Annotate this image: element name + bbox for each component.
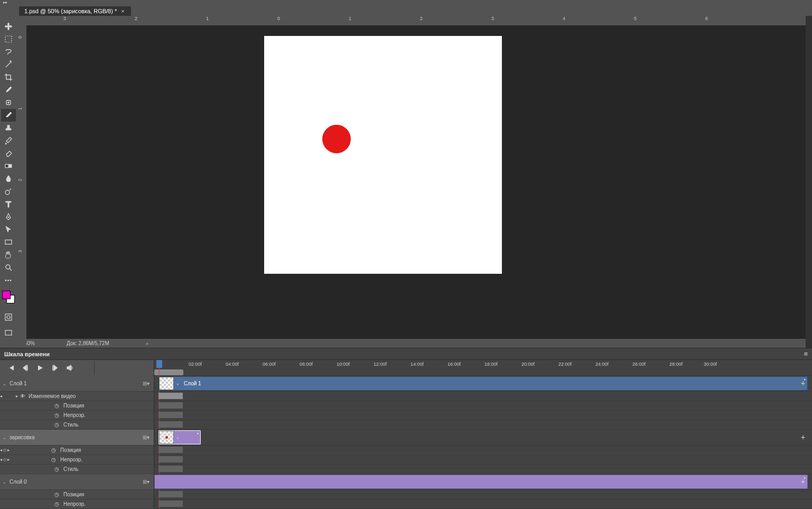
blur-tool-icon[interactable] <box>1 172 16 185</box>
stopwatch-icon[interactable]: ◷ <box>53 501 60 507</box>
prev-key-icon[interactable]: ◂ <box>0 457 2 462</box>
first-frame-icon[interactable] <box>3 361 18 375</box>
play-icon[interactable] <box>33 361 48 375</box>
gradient-tool-icon[interactable] <box>1 160 16 172</box>
chevron-down-icon[interactable]: ⌄ <box>0 434 8 440</box>
zoom-tool-icon[interactable] <box>1 261 16 274</box>
video-clip[interactable]: ▸ <box>154 475 808 489</box>
add-key-icon[interactable]: ◇ <box>3 457 6 462</box>
eraser-tool-icon[interactable] <box>1 147 16 160</box>
path-select-tool-icon[interactable] <box>1 223 16 236</box>
layer-header-row[interactable]: ⌄ зарисовка ⊞▾ <box>0 430 154 446</box>
stopwatch-icon[interactable]: ◷ <box>53 422 60 428</box>
ruler-vertical[interactable]: 0 1 2 3 <box>17 25 26 348</box>
layer-header-row[interactable]: ⌄ Слой 0 ⊞▾ <box>0 474 154 490</box>
clip-lane[interactable]: ⌄ ▸ + <box>154 430 812 446</box>
prev-key-icon[interactable]: ◂ <box>0 448 2 452</box>
property-row[interactable]: ◷Позиция <box>0 490 154 499</box>
chevron-down-icon[interactable]: ⌄ <box>174 381 182 386</box>
property-row[interactable]: ◂ ▸ 👁 Изменяемое видео <box>0 392 154 401</box>
timeline-tracks[interactable]: 02:00f 04:00f 06:00f 08:00f 10:00f 12:00… <box>154 360 812 509</box>
track-lane[interactable] <box>154 411 812 420</box>
color-swatches[interactable] <box>1 291 16 306</box>
ruler-horizontal[interactable]: 3 2 1 0 1 2 3 4 5 6 <box>26 16 806 25</box>
marquee-tool-icon[interactable] <box>1 33 16 45</box>
add-track-icon[interactable]: + <box>799 380 807 387</box>
layer-options-icon[interactable]: ⊞▾ <box>143 381 150 386</box>
pen-tool-icon[interactable] <box>1 210 16 223</box>
stopwatch-icon[interactable]: ◷ <box>50 457 57 462</box>
video-clip[interactable]: ⌄ Слой 1 ▸ <box>158 376 808 391</box>
next-key-icon[interactable]: ▸ <box>7 448 10 452</box>
stamp-tool-icon[interactable] <box>1 122 16 134</box>
mute-icon[interactable] <box>62 361 77 375</box>
screenmode-icon[interactable] <box>1 327 16 339</box>
prev-key-icon[interactable]: ◂ <box>0 394 2 399</box>
add-track-icon[interactable]: + <box>799 478 807 486</box>
hand-tool-icon[interactable] <box>1 248 16 261</box>
type-tool-icon[interactable] <box>1 198 16 210</box>
track-lane[interactable] <box>154 455 812 465</box>
track-lane[interactable] <box>154 465 812 474</box>
eyedropper-tool-icon[interactable] <box>1 84 16 96</box>
clip-lane[interactable]: ⌄ Слой 1 ▸ + <box>154 376 812 392</box>
add-key-icon[interactable]: ◇ <box>3 448 6 452</box>
brush-tool-icon[interactable] <box>1 109 16 122</box>
property-row[interactable]: ◷Позиция <box>0 401 154 411</box>
crop-tool-icon[interactable] <box>1 71 16 84</box>
foreground-color-swatch[interactable] <box>2 291 11 299</box>
track-lane[interactable] <box>154 401 812 411</box>
stopwatch-icon[interactable]: ◷ <box>53 403 60 409</box>
chevron-down-icon[interactable]: ⌄ <box>0 479 8 485</box>
property-row[interactable]: ◷Стиль <box>0 420 154 430</box>
video-clip[interactable]: ⌄ ▸ <box>158 430 201 445</box>
panel-menu-icon[interactable]: ≡ <box>804 350 808 358</box>
property-row[interactable]: ◂◇▸ ◷Непрозр. <box>0 455 154 465</box>
clip-lane[interactable]: ▸ + <box>154 474 812 490</box>
settings-icon[interactable] <box>77 361 92 375</box>
document-canvas[interactable] <box>264 36 502 274</box>
canvas-stage[interactable] <box>26 25 806 339</box>
document-tab[interactable]: 1.psd @ 50% (зарисовка, RGB/8) * × <box>19 6 131 16</box>
next-key-icon[interactable]: ▸ <box>7 457 10 462</box>
add-track-icon[interactable]: + <box>799 434 807 441</box>
stopwatch-icon[interactable]: ◷ <box>50 447 57 453</box>
property-row[interactable]: ◂◇▸ ◷Позиция <box>0 446 154 455</box>
wand-tool-icon[interactable] <box>1 58 16 71</box>
layer-options-icon[interactable]: ⊞▾ <box>143 479 150 485</box>
dodge-tool-icon[interactable] <box>1 185 16 198</box>
prev-frame-icon[interactable] <box>18 361 33 375</box>
split-icon[interactable] <box>94 361 109 375</box>
lasso-tool-icon[interactable] <box>1 45 16 58</box>
edit-toolbar-icon[interactable]: ••• <box>1 274 16 286</box>
shape-tool-icon[interactable] <box>1 236 16 248</box>
layer-header-row[interactable]: ⌄ Слой 1 ⊞▾ <box>0 376 154 392</box>
property-row[interactable]: ◷Непрозр. <box>0 411 154 420</box>
stopwatch-icon[interactable]: ◷ <box>53 492 60 497</box>
doc-size-label[interactable]: Док: 2,86M/5,72M <box>67 340 109 346</box>
track-lane[interactable] <box>154 420 812 430</box>
chevron-down-icon[interactable]: ⌄ <box>0 381 8 386</box>
status-expand-icon[interactable]: ▸ <box>146 340 149 346</box>
time-ruler[interactable]: 02:00f 04:00f 06:00f 08:00f 10:00f 12:00… <box>154 360 812 376</box>
segment-bar[interactable] <box>158 393 183 399</box>
close-icon[interactable]: × <box>121 8 124 14</box>
clip-end-icon[interactable]: ▸ <box>197 431 199 436</box>
right-dock-collapsed[interactable] <box>806 16 812 348</box>
chevron-down-icon[interactable]: ⌄ <box>174 435 182 440</box>
transition-icon[interactable] <box>109 361 124 375</box>
track-lane[interactable] <box>154 392 812 401</box>
layer-options-icon[interactable]: ⊞▾ <box>143 434 150 440</box>
track-lane[interactable] <box>154 446 812 455</box>
move-tool-icon[interactable] <box>1 20 16 33</box>
track-lane[interactable] <box>154 490 812 499</box>
property-row[interactable]: ◷Непрозр. <box>0 499 154 509</box>
stopwatch-icon[interactable]: ◷ <box>53 466 60 472</box>
track-lane[interactable] <box>154 499 812 509</box>
history-brush-tool-icon[interactable] <box>1 134 16 147</box>
quickmask-icon[interactable] <box>1 311 16 323</box>
visibility-icon[interactable]: 👁 <box>18 393 27 399</box>
healing-tool-icon[interactable] <box>1 96 16 109</box>
stopwatch-icon[interactable]: ◷ <box>53 412 60 418</box>
next-frame-icon[interactable] <box>48 361 62 375</box>
